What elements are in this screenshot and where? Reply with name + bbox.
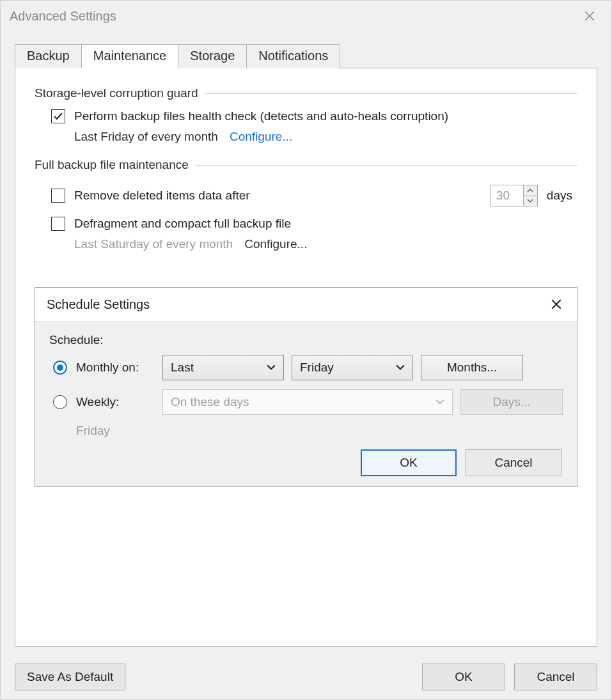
- remove-deleted-label: Remove deleted items data after: [74, 189, 250, 203]
- schedule-footer: OK Cancel: [49, 449, 563, 476]
- window-close-button[interactable]: [577, 3, 602, 29]
- tab-maintenance[interactable]: Maintenance: [82, 44, 179, 69]
- weekly-days-select[interactable]: On these days: [162, 389, 453, 415]
- defrag-label: Defragment and compact full backup file: [74, 217, 291, 231]
- chevron-down-icon: [396, 364, 405, 371]
- schedule-cancel-button[interactable]: Cancel: [466, 449, 561, 476]
- monthly-row: Monthly on: Last Friday Months...: [53, 355, 563, 380]
- tabstrip: Backup Maintenance Storage Notifications: [1, 31, 611, 68]
- schedule-body: Schedule: Monthly on: Last Friday Months…: [35, 322, 577, 486]
- remove-deleted-suffix: days: [547, 189, 572, 203]
- close-icon: [584, 10, 595, 22]
- schedule-cancel-label: Cancel: [494, 456, 532, 470]
- save-as-default-button[interactable]: Save As Default: [15, 664, 125, 690]
- remove-deleted-checkbox[interactable]: [51, 189, 65, 203]
- spinner-up-button[interactable]: [524, 185, 537, 196]
- chevron-down-icon: [435, 399, 444, 405]
- remove-deleted-row: Remove deleted items data after days: [51, 185, 577, 206]
- group-full-backup-label: Full backup file maintenance: [35, 158, 195, 172]
- tab-maintenance-label: Maintenance: [93, 49, 167, 63]
- remove-deleted-spinner-wrap: days: [490, 185, 577, 206]
- titlebar: Advanced Settings: [1, 1, 611, 31]
- days-button-label: Days...: [492, 395, 530, 409]
- chevron-up-icon: [527, 189, 533, 192]
- health-check-schedule-row: Last Friday of every month Configure...: [74, 130, 577, 144]
- months-button-label: Months...: [447, 361, 497, 375]
- health-check-checkbox[interactable]: [51, 109, 65, 123]
- defrag-schedule-row: Last Saturday of every month Configure..…: [74, 237, 577, 251]
- health-check-row: Perform backup files health check (detec…: [51, 109, 577, 123]
- group-storage-guard-header: Storage-level corruption guard: [35, 86, 577, 100]
- monthly-occurrence-value: Last: [171, 361, 194, 375]
- schedule-settings-dialog: Schedule Settings Schedule: Monthly on: …: [35, 287, 577, 487]
- health-check-configure-link[interactable]: Configure...: [230, 130, 292, 144]
- remove-deleted-spinner[interactable]: [490, 185, 538, 206]
- advanced-settings-window: Advanced Settings Backup Maintenance Sto…: [0, 0, 612, 700]
- defrag-schedule-text: Last Saturday of every month: [74, 237, 233, 251]
- ok-button[interactable]: OK: [422, 664, 505, 690]
- defrag-configure-link[interactable]: Configure...: [244, 237, 307, 251]
- schedule-label: Schedule:: [49, 333, 563, 347]
- health-check-label: Perform backup files health check (detec…: [74, 109, 448, 123]
- bottom-button-bar: Save As Default OK Cancel: [1, 657, 611, 699]
- weekly-row: Weekly: On these days Days...: [53, 389, 563, 415]
- group-full-backup-header: Full backup file maintenance: [35, 158, 577, 172]
- cancel-label: Cancel: [537, 670, 574, 684]
- defrag-checkbox[interactable]: [51, 217, 65, 231]
- checkmark-icon: [53, 111, 63, 121]
- weekly-radio[interactable]: [53, 395, 67, 409]
- group-storage-guard-label: Storage-level corruption guard: [35, 86, 205, 100]
- tab-backup-label: Backup: [27, 49, 70, 63]
- radio-dot-icon: [57, 364, 63, 371]
- monthly-day-select[interactable]: Friday: [292, 355, 413, 380]
- schedule-title: Schedule Settings: [47, 297, 150, 312]
- divider: [195, 165, 577, 166]
- defrag-row: Defragment and compact full backup file: [51, 217, 577, 231]
- chevron-down-icon: [267, 364, 276, 371]
- monthly-day-value: Friday: [300, 361, 334, 375]
- chevron-down-icon: [527, 199, 533, 203]
- schedule-ok-button[interactable]: OK: [361, 449, 457, 476]
- remove-deleted-value[interactable]: [491, 185, 523, 206]
- monthly-occurrence-select[interactable]: Last: [162, 355, 284, 380]
- divider: [205, 93, 577, 94]
- tab-notifications[interactable]: Notifications: [247, 44, 340, 68]
- tab-storage[interactable]: Storage: [178, 44, 247, 68]
- monthly-radio[interactable]: [53, 361, 67, 375]
- monthly-label: Monthly on:: [76, 361, 139, 375]
- tab-storage-label: Storage: [190, 49, 235, 63]
- save-as-default-label: Save As Default: [27, 670, 113, 684]
- cancel-button[interactable]: Cancel: [514, 664, 597, 690]
- spinner-buttons: [523, 185, 537, 206]
- weekly-days-placeholder: On these days: [171, 395, 249, 409]
- close-icon: [551, 299, 562, 310]
- spinner-down-button[interactable]: [524, 196, 537, 206]
- window-title: Advanced Settings: [10, 9, 116, 24]
- tab-notifications-label: Notifications: [258, 49, 328, 63]
- health-check-schedule-text: Last Friday of every month: [74, 130, 218, 144]
- weekly-label: Weekly:: [76, 395, 119, 409]
- maintenance-panel: Storage-level corruption guard Perform b…: [15, 68, 597, 647]
- schedule-titlebar: Schedule Settings: [35, 288, 577, 322]
- ok-label: OK: [455, 670, 472, 684]
- tab-backup[interactable]: Backup: [15, 44, 82, 68]
- months-button[interactable]: Months...: [421, 355, 523, 380]
- schedule-summary: Friday: [76, 424, 563, 438]
- schedule-close-button[interactable]: [546, 294, 567, 315]
- days-button[interactable]: Days...: [460, 389, 563, 415]
- schedule-ok-label: OK: [400, 456, 417, 470]
